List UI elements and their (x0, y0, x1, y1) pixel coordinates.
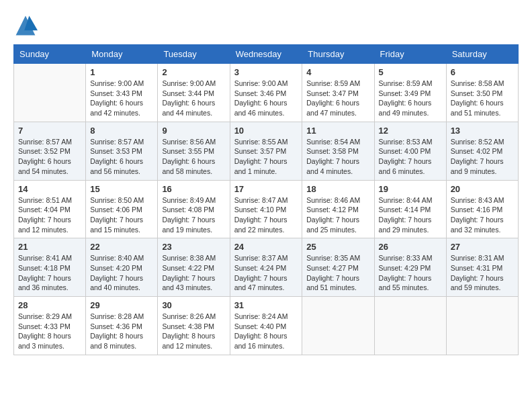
calendar-cell: 26Sunrise: 8:33 AMSunset: 4:29 PMDayligh… (374, 238, 446, 297)
calendar-week-row: 21Sunrise: 8:41 AMSunset: 4:18 PMDayligh… (14, 238, 519, 297)
calendar-cell: 31Sunrise: 8:24 AMSunset: 4:40 PMDayligh… (230, 297, 302, 355)
day-info: Sunrise: 9:00 AMSunset: 3:43 PMDaylight:… (90, 79, 153, 118)
day-info: Sunrise: 8:57 AMSunset: 3:52 PMDaylight:… (18, 137, 81, 177)
day-number: 19 (379, 184, 442, 194)
day-info: Sunrise: 8:58 AMSunset: 3:50 PMDaylight:… (451, 79, 514, 118)
day-number: 23 (162, 242, 225, 252)
calendar-cell: 15Sunrise: 8:50 AMSunset: 4:06 PMDayligh… (86, 180, 158, 238)
calendar-cell: 9Sunrise: 8:56 AMSunset: 3:55 PMDaylight… (158, 122, 230, 180)
day-info: Sunrise: 8:40 AMSunset: 4:20 PMDaylight:… (90, 253, 153, 293)
day-info: Sunrise: 8:41 AMSunset: 4:18 PMDaylight:… (18, 253, 81, 293)
day-number: 30 (162, 300, 225, 310)
calendar-cell: 30Sunrise: 8:26 AMSunset: 4:38 PMDayligh… (158, 297, 230, 355)
day-number: 4 (306, 67, 369, 77)
day-info: Sunrise: 8:24 AMSunset: 4:40 PMDaylight:… (234, 312, 298, 351)
day-info: Sunrise: 8:43 AMSunset: 4:16 PMDaylight:… (451, 195, 514, 235)
day-info: Sunrise: 9:00 AMSunset: 3:46 PMDaylight:… (234, 79, 298, 118)
calendar-cell: 3Sunrise: 9:00 AMSunset: 3:46 PMDaylight… (230, 64, 302, 122)
calendar-body: 1Sunrise: 9:00 AMSunset: 3:43 PMDaylight… (14, 64, 519, 355)
day-number: 18 (306, 184, 369, 194)
day-number: 17 (234, 184, 298, 194)
day-info: Sunrise: 8:59 AMSunset: 3:49 PMDaylight:… (379, 79, 442, 118)
day-info: Sunrise: 8:50 AMSunset: 4:06 PMDaylight:… (90, 195, 153, 235)
day-number: 28 (18, 300, 81, 310)
calendar-cell: 11Sunrise: 8:54 AMSunset: 3:58 PMDayligh… (302, 122, 374, 180)
day-number: 20 (451, 184, 514, 194)
day-number: 8 (90, 126, 153, 136)
day-number: 1 (90, 67, 153, 77)
day-header-sunday: Sunday (14, 45, 86, 64)
day-info: Sunrise: 8:33 AMSunset: 4:29 PMDaylight:… (379, 253, 442, 293)
day-number: 3 (234, 67, 298, 77)
calendar-cell: 20Sunrise: 8:43 AMSunset: 4:16 PMDayligh… (446, 180, 518, 238)
day-header-thursday: Thursday (302, 45, 374, 64)
day-info: Sunrise: 8:38 AMSunset: 4:22 PMDaylight:… (162, 253, 225, 293)
calendar-cell: 12Sunrise: 8:53 AMSunset: 4:00 PMDayligh… (374, 122, 446, 180)
calendar-cell: 18Sunrise: 8:46 AMSunset: 4:12 PMDayligh… (302, 180, 374, 238)
calendar-cell: 8Sunrise: 8:57 AMSunset: 3:53 PMDaylight… (86, 122, 158, 180)
calendar-cell: 22Sunrise: 8:40 AMSunset: 4:20 PMDayligh… (86, 238, 158, 297)
day-info: Sunrise: 9:00 AMSunset: 3:44 PMDaylight:… (162, 79, 225, 118)
day-number: 9 (162, 126, 225, 136)
day-header-friday: Friday (374, 45, 446, 64)
day-number: 24 (234, 242, 298, 252)
day-number: 6 (451, 67, 514, 77)
day-number: 31 (234, 300, 298, 310)
calendar-cell: 29Sunrise: 8:28 AMSunset: 4:36 PMDayligh… (86, 297, 158, 355)
day-number: 14 (18, 184, 81, 194)
day-info: Sunrise: 8:57 AMSunset: 3:53 PMDaylight:… (90, 137, 153, 177)
day-info: Sunrise: 8:56 AMSunset: 3:55 PMDaylight:… (162, 137, 225, 177)
day-number: 22 (90, 242, 153, 252)
day-number: 15 (90, 184, 153, 194)
day-number: 12 (379, 126, 442, 136)
calendar-cell: 13Sunrise: 8:52 AMSunset: 4:02 PMDayligh… (446, 122, 518, 180)
day-number: 26 (379, 242, 442, 252)
calendar-header-row: SundayMondayTuesdayWednesdayThursdayFrid… (14, 45, 519, 64)
calendar-cell: 7Sunrise: 8:57 AMSunset: 3:52 PMDaylight… (14, 122, 86, 180)
calendar-cell (446, 297, 518, 355)
day-number: 16 (162, 184, 225, 194)
day-info: Sunrise: 8:35 AMSunset: 4:27 PMDaylight:… (306, 253, 369, 293)
day-info: Sunrise: 8:59 AMSunset: 3:47 PMDaylight:… (306, 79, 369, 118)
calendar-cell (14, 64, 86, 122)
calendar-cell: 5Sunrise: 8:59 AMSunset: 3:49 PMDaylight… (374, 64, 446, 122)
day-info: Sunrise: 8:55 AMSunset: 3:57 PMDaylight:… (234, 137, 298, 177)
day-info: Sunrise: 8:29 AMSunset: 4:33 PMDaylight:… (18, 312, 81, 351)
day-number: 27 (451, 242, 514, 252)
day-number: 29 (90, 300, 153, 310)
day-number: 2 (162, 67, 225, 77)
day-info: Sunrise: 8:53 AMSunset: 4:00 PMDaylight:… (379, 137, 442, 177)
day-info: Sunrise: 8:44 AMSunset: 4:14 PMDaylight:… (379, 195, 442, 235)
day-info: Sunrise: 8:47 AMSunset: 4:10 PMDaylight:… (234, 195, 298, 235)
logo (13, 13, 42, 38)
calendar-cell: 2Sunrise: 9:00 AMSunset: 3:44 PMDaylight… (158, 64, 230, 122)
calendar-cell: 27Sunrise: 8:31 AMSunset: 4:31 PMDayligh… (446, 238, 518, 297)
calendar-cell: 4Sunrise: 8:59 AMSunset: 3:47 PMDaylight… (302, 64, 374, 122)
day-number: 11 (306, 126, 369, 136)
calendar-cell (302, 297, 374, 355)
calendar-cell: 28Sunrise: 8:29 AMSunset: 4:33 PMDayligh… (14, 297, 86, 355)
calendar-cell: 16Sunrise: 8:49 AMSunset: 4:08 PMDayligh… (158, 180, 230, 238)
calendar-week-row: 7Sunrise: 8:57 AMSunset: 3:52 PMDaylight… (14, 122, 519, 180)
day-info: Sunrise: 8:28 AMSunset: 4:36 PMDaylight:… (90, 312, 153, 351)
calendar-cell: 25Sunrise: 8:35 AMSunset: 4:27 PMDayligh… (302, 238, 374, 297)
calendar-cell: 21Sunrise: 8:41 AMSunset: 4:18 PMDayligh… (14, 238, 86, 297)
day-header-wednesday: Wednesday (230, 45, 302, 64)
calendar-cell (374, 297, 446, 355)
calendar-week-row: 1Sunrise: 9:00 AMSunset: 3:43 PMDaylight… (14, 64, 519, 122)
calendar-table: SundayMondayTuesdayWednesdayThursdayFrid… (13, 44, 519, 355)
day-number: 21 (18, 242, 81, 252)
day-header-tuesday: Tuesday (158, 45, 230, 64)
calendar-cell: 23Sunrise: 8:38 AMSunset: 4:22 PMDayligh… (158, 238, 230, 297)
day-info: Sunrise: 8:46 AMSunset: 4:12 PMDaylight:… (306, 195, 369, 235)
day-number: 13 (451, 126, 514, 136)
day-header-saturday: Saturday (446, 45, 518, 64)
day-info: Sunrise: 8:51 AMSunset: 4:04 PMDaylight:… (18, 195, 81, 235)
day-info: Sunrise: 8:26 AMSunset: 4:38 PMDaylight:… (162, 312, 225, 351)
day-number: 7 (18, 126, 81, 136)
day-number: 10 (234, 126, 298, 136)
calendar-week-row: 28Sunrise: 8:29 AMSunset: 4:33 PMDayligh… (14, 297, 519, 355)
day-info: Sunrise: 8:37 AMSunset: 4:24 PMDaylight:… (234, 253, 298, 293)
day-number: 25 (306, 242, 369, 252)
calendar-cell: 19Sunrise: 8:44 AMSunset: 4:14 PMDayligh… (374, 180, 446, 238)
